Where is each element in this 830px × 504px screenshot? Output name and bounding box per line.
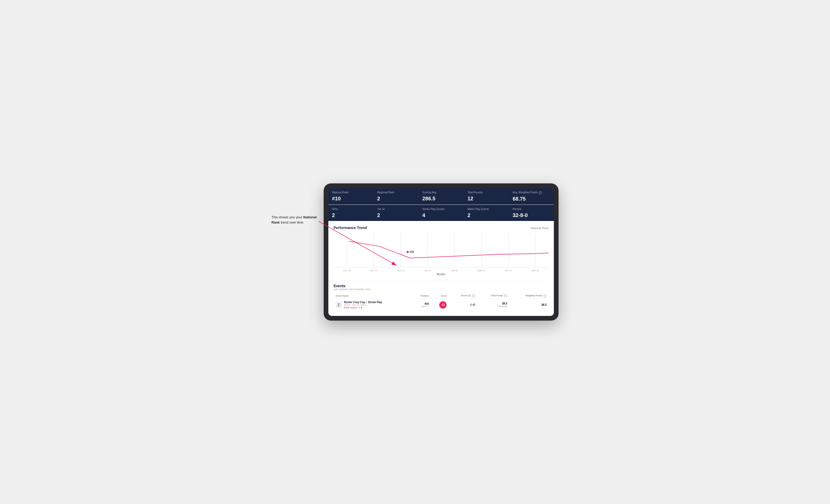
month-mar24: MAR 24 [468,269,495,272]
event-score-cell: -22 [431,299,449,311]
annotation-text: This shows you your National Rank trend … [272,215,318,225]
month-may24: MAY 24 [522,269,549,272]
stat-national-rank: National Rank #10 [328,188,373,204]
stat-wins: Wins 2 [328,205,373,221]
event-rank-impact: Rank Impact: 3 ▼ [344,306,382,309]
data-dot [406,251,409,253]
chart-col-apr24 [495,233,522,267]
tablet-screen: National Rank #10 Regional Rank 2 Scorin… [328,188,554,316]
stats-row-1: National Rank #10 Regional Rank 2 Scorin… [328,188,554,204]
event-details: Buster Cozy Cup – Stroke Play Oct 9 – Oc… [344,301,382,309]
event-weighted-points-cell: 28.3 [509,299,549,311]
event-name: Buster Cozy Cup – Stroke Play [344,301,382,304]
event-sg-cell: 0.45 [449,299,477,311]
month-apr24: APR 24 [495,269,522,272]
event-date: Oct 9 – Oct 10, 2023 [344,304,382,306]
col-position: Position [412,293,431,299]
stat-total-rounds: Total Rounds 12 [464,188,509,204]
chart-col-oct23 [333,233,360,267]
events-title: Events [333,284,346,288]
stat-record: Record 32-8-0 [509,205,554,221]
performance-trend-header: Performance Trend National Rank [333,226,549,230]
stat-regional-rank: Regional Rank 2 [374,188,418,204]
event-score-badge: -22 [439,301,447,309]
col-score: Score [431,293,449,299]
stat-stroke-play-events: Stroke Play Events 4 [419,205,464,221]
event-total-points: 28.3 [479,302,507,305]
stats-row-2: Wins 2 Top 3s 2 Stroke Play Events 4 Mat… [328,205,554,221]
chart-month-labels: OCT 23 NOV 23 DEC 23 JAN 24 FEB 24 MAR 2… [333,269,549,272]
stat-match-play-events: Match Play Events 2 [464,205,509,221]
event-name-cell: 🏌️ Buster Cozy Cup – Stroke Play Oct 9 –… [333,299,412,311]
rank-impact-arrow: ▼ [360,306,363,309]
col-event-sg: Event SG ⓘ [449,293,477,299]
table-row: 🏌️ Buster Cozy Cup – Stroke Play Oct 9 –… [333,299,549,311]
month-jan24: JAN 24 [414,269,441,272]
month-feb24: FEB 24 [441,269,468,272]
performance-trend-type: National Rank [531,227,549,230]
stat-scoring-avg: Scoring Avg. 286.5 [419,188,464,204]
month-nov23: NOV 23 [360,269,387,272]
chart-col-mar24 [468,233,495,267]
events-table: Event Name Position Score Event SG ⓘ Tot… [333,293,549,311]
event-total-points-cell: 28.3 3 Rounds [477,299,509,311]
chart-col-may24 [522,233,549,267]
month-oct23: OCT 23 [333,269,360,272]
data-point-label: #10 [410,250,414,253]
event-position-sub: out of 7 [414,305,429,308]
event-icon: 🏌️ [336,302,342,308]
event-weighted-points: 28.3 [542,303,547,306]
chart-x-axis-title: Months [333,273,549,276]
main-content: Performance Trend National Rank [328,221,554,316]
tooltip-icon-avg-weighted: ⓘ [539,191,542,194]
chart-area: #10 [333,233,549,267]
tooltip-icon-event-sg: ⓘ [472,294,475,297]
data-point-dec23: #10 [406,250,414,253]
stat-top3s: Top 3s 2 [374,205,418,221]
chart-columns [333,233,549,267]
col-total-points: Total Points ⓘ [477,293,509,299]
event-total-rounds: 3 Rounds [479,305,507,308]
event-position: 6th [414,302,429,305]
tooltip-icon-weighted-points: ⓘ [543,294,547,297]
chart-col-feb24 [441,233,468,267]
event-sg-value: 0.45 [470,303,475,306]
chart-col-jan24 [414,233,441,267]
chart-container: #10 OCT 23 NOV 23 DEC 23 JAN 24 FEB 24 M… [333,233,549,276]
stat-avg-weighted-points: Avg. Weighted Points ⓘ 68.75 [509,188,554,204]
event-position-cell: 6th out of 7 [412,299,431,311]
events-section: Events Last updated: 24th November 2023 … [333,280,549,311]
events-last-updated: Last updated: 24th November 2023 [333,288,549,291]
month-dec23: DEC 23 [387,269,414,272]
col-event-name: Event Name [333,293,412,299]
chart-col-nov23 [360,233,387,267]
tooltip-icon-total-points: ⓘ [504,294,507,297]
col-weighted-points: Weighted Points ⓘ [509,293,549,299]
performance-trend-title: Performance Trend [333,226,367,230]
tablet-frame: National Rank #10 Regional Rank 2 Scorin… [324,183,558,321]
events-table-header: Event Name Position Score Event SG ⓘ Tot… [333,293,549,299]
